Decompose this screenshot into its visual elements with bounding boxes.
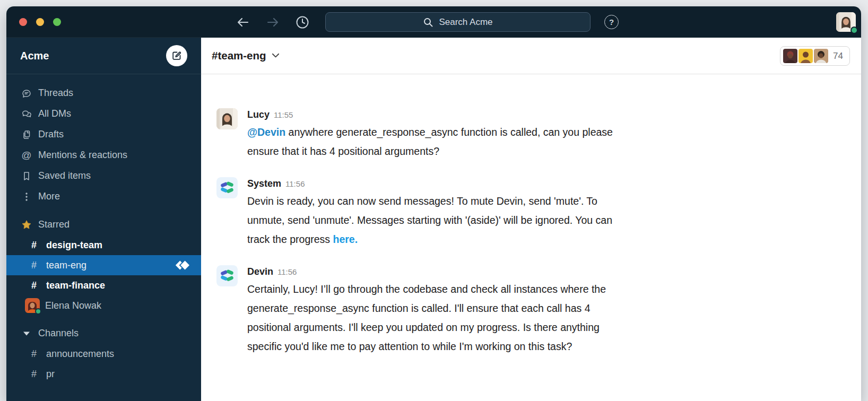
sidebar-channel-team-eng[interactable]: # team-eng (6, 255, 201, 275)
sidebar-item-saved[interactable]: Saved items (6, 165, 201, 186)
sidebar-item-mentions[interactable]: @ Mentions & reactions (6, 145, 201, 165)
help-glyph: ? (609, 18, 614, 27)
message-lucy: Lucy 11:55 @Devin anywhere generate_resp… (216, 108, 861, 161)
sidebar-item-label: Saved items (38, 170, 91, 181)
chevron-down-icon (20, 331, 33, 336)
close-button[interactable] (19, 18, 27, 26)
section-label: Channels (38, 328, 79, 339)
message-header: System 11:56 (247, 177, 612, 190)
message-timestamp: 11:56 (277, 266, 297, 278)
message-line: positional arguments. I'll keep you upda… (247, 318, 606, 337)
sidebar-channel-pr[interactable]: # pr (6, 364, 201, 384)
minimize-button[interactable] (36, 18, 44, 26)
back-button[interactable] (236, 15, 250, 30)
channel-name: #team-eng (212, 49, 266, 62)
sidebar-item-label: More (38, 191, 60, 202)
sidebar-channel-design-team[interactable]: # design-team (6, 235, 201, 255)
message-system: System 11:56 Devin is ready, you can now… (216, 177, 861, 249)
mentions-icon: @ (20, 150, 33, 161)
message-content: System 11:56 Devin is ready, you can now… (247, 177, 612, 249)
hash-icon: # (29, 369, 39, 380)
member-avatars (783, 49, 828, 63)
hash-icon: # (29, 280, 39, 291)
sidebar-item-label: Mentions & reactions (38, 150, 127, 161)
message-text: track the progress (247, 233, 330, 245)
message-list: Lucy 11:55 @Devin anywhere generate_resp… (201, 74, 861, 372)
sidebar-item-all-dms[interactable]: All DMs (6, 103, 201, 124)
history-clock-icon[interactable] (295, 15, 310, 30)
message-line: generate_response_async function is call… (247, 299, 606, 318)
sidebar-nav: Threads All DMs Drafts @ Mentions & (6, 74, 201, 384)
dms-icon (20, 109, 33, 119)
channel-title-button[interactable]: #team-eng (212, 49, 280, 62)
sidebar: Acme Threads (6, 38, 201, 401)
channel-header: #team-eng (201, 38, 861, 74)
message-avatar[interactable] (216, 177, 238, 198)
channels-section-header[interactable]: Channels (6, 323, 201, 344)
sidebar-channel-announcements[interactable]: # announcements (6, 344, 201, 364)
section-label: Starred (38, 219, 70, 230)
message-header: Lucy 11:55 (247, 108, 613, 121)
hash-icon: # (29, 348, 39, 360)
workspace-name[interactable]: Acme (20, 50, 49, 62)
member-count: 74 (833, 51, 843, 62)
history-nav (236, 6, 310, 38)
member-avatar (783, 49, 797, 63)
presence-indicator (850, 27, 858, 34)
channel-label: pr (46, 369, 55, 380)
channel-label: announcements (46, 348, 114, 360)
message-devin: Devin 11:56 Certainly, Lucy! I’ll go thr… (216, 265, 861, 356)
threads-icon (20, 88, 33, 99)
forward-button[interactable] (265, 15, 280, 30)
sidebar-item-label: All DMs (38, 108, 71, 119)
sidebar-channel-team-finance[interactable]: # team-finance (6, 275, 201, 295)
hash-icon: # (29, 260, 39, 271)
member-avatar (814, 49, 828, 63)
message-line: specific you'd like me to pay attention … (247, 337, 606, 356)
member-list-button[interactable]: 74 (780, 46, 850, 66)
channel-label: team-eng (46, 260, 86, 271)
bookmark-icon (20, 171, 33, 181)
mention-devin[interactable]: @Devin (247, 126, 285, 138)
user-avatar[interactable] (836, 12, 856, 32)
star-icon (20, 220, 33, 230)
devin-logo-icon (175, 260, 189, 273)
more-icon (20, 191, 33, 202)
app-window: Search Acme ? Acme (6, 6, 861, 401)
presence-indicator (35, 308, 41, 315)
message-avatar[interactable] (216, 108, 238, 129)
sidebar-item-more[interactable]: More (6, 186, 201, 207)
starred-section: Starred # design-team # team-eng (6, 214, 201, 316)
search-input[interactable]: Search Acme (325, 12, 591, 32)
message-line: unmute, send 'unmute'. Messages starting… (247, 211, 612, 230)
dm-avatar (25, 298, 40, 313)
traffic-lights (19, 18, 61, 26)
help-button[interactable]: ? (604, 15, 619, 29)
message-line: @Devin anywhere generate_response_async … (247, 123, 613, 142)
channels-section: Channels # announcements # pr (6, 323, 201, 384)
message-author: System (247, 177, 281, 190)
message-line: ensure that it has 4 positional argument… (247, 142, 613, 161)
channel-label: design-team (46, 240, 102, 251)
search-placeholder: Search Acme (439, 17, 492, 28)
channel-label: team-finance (46, 280, 105, 291)
sidebar-item-label: Threads (38, 88, 73, 99)
hash-icon: # (29, 240, 39, 251)
message-timestamp: 11:55 (274, 109, 293, 121)
sidebar-item-drafts[interactable]: Drafts (6, 124, 201, 145)
content-area: Acme Threads (6, 38, 861, 401)
search-icon (423, 17, 433, 28)
message-line: Devin is ready, you can now send message… (247, 191, 612, 211)
message-line: track the progress here. (247, 230, 612, 249)
starred-section-header[interactable]: Starred (6, 214, 201, 235)
maximize-button[interactable] (53, 18, 61, 26)
message-line: Certainly, Lucy! I’ll go through the cod… (247, 280, 606, 299)
sidebar-item-threads[interactable]: Threads (6, 83, 201, 103)
message-avatar[interactable] (216, 265, 238, 286)
compose-button[interactable] (166, 45, 187, 66)
titlebar: Search Acme ? (6, 6, 861, 38)
sidebar-dm-elena-nowak[interactable]: Elena Nowak (6, 295, 201, 316)
chevron-down-icon (272, 53, 280, 58)
progress-link[interactable]: here. (333, 233, 358, 245)
dm-label: Elena Nowak (45, 300, 101, 311)
